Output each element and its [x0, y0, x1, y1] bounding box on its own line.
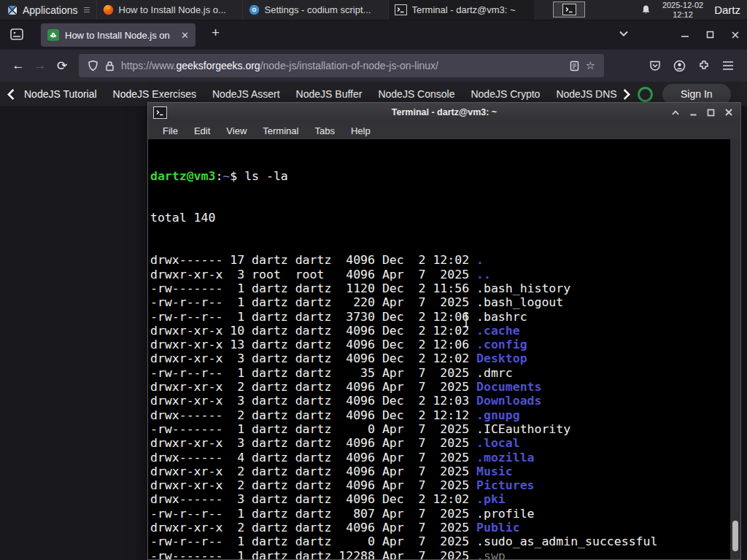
- terminal-ls-row: -rw-r--r-- 1 dartz dartz 35 Apr 7 2025 .…: [150, 366, 730, 380]
- terminal-ls-row: -rw-r--r-- 1 dartz dartz 807 Apr 7 2025 …: [150, 507, 730, 521]
- clock-date: 2025-12-02: [662, 1, 703, 9]
- prompt-command: ls -la: [244, 169, 288, 183]
- firefox-view-icon[interactable]: [9, 26, 25, 42]
- ls-directory-name: .local: [476, 436, 520, 450]
- firefox-nav-toolbar: ← → ⟳ https://www.geeksforgeeks.org/node…: [0, 50, 747, 82]
- nav-scroll-left-chevron-icon[interactable]: [7, 88, 19, 100]
- applications-label: Applications: [23, 4, 78, 16]
- tab-close-icon[interactable]: ✕: [181, 31, 189, 40]
- browser-maximize-icon[interactable]: [706, 31, 714, 39]
- tracking-shield-icon[interactable]: [88, 60, 98, 71]
- ls-directory-name: Desktop: [476, 351, 527, 365]
- reload-button[interactable]: ⟳: [51, 58, 73, 74]
- reader-view-icon[interactable]: [570, 61, 579, 71]
- terminal-ls-row: drwxr-xr-x 2 dartz dartz 4096 Apr 7 2025…: [150, 521, 730, 534]
- account-icon[interactable]: [673, 60, 686, 72]
- taskbar-button-terminal[interactable]: Terminal - dartz@vm3: ~: [388, 0, 534, 20]
- terminal-shade-icon[interactable]: [671, 109, 680, 116]
- terminal-screen[interactable]: dartz@vm3:~$ ls -la total 140 drwx------…: [148, 139, 740, 559]
- terminal-ls-row: drwx------ 2 dartz dartz 4096 Dec 2 12:1…: [150, 408, 730, 422]
- terminal-ls-row: drwx------ 4 dartz dartz 4096 Apr 7 2025…: [150, 451, 730, 464]
- terminal-total-line: total 140: [150, 211, 730, 225]
- terminal-ls-row: drwxr-xr-x 3 dartz dartz 4096 Dec 2 12:0…: [150, 394, 730, 408]
- terminal-ls-row: drwxr-xr-x 3 root root 4096 Apr 7 2025 .…: [150, 268, 730, 281]
- tab-title: How to Install Node.js on: [65, 30, 175, 41]
- url-scheme: https://www.: [121, 60, 176, 71]
- firefox-icon: [103, 4, 114, 15]
- nav-scroll-right-chevron-icon[interactable]: [619, 88, 631, 100]
- ls-file-name: .bash_logout: [476, 295, 563, 309]
- site-nav-link[interactable]: NodeJS Console: [378, 88, 454, 100]
- top-panel: Applications How to Install Node.js o...…: [0, 0, 747, 20]
- browser-tab-active[interactable]: How to Install Node.js on ✕: [41, 23, 196, 47]
- ls-directory-name: ..: [476, 268, 491, 281]
- terminal-ls-row: drwx------ 3 dartz dartz 4096 Dec 2 12:0…: [150, 492, 730, 506]
- terminal-prompt-line: dartz@vm3:~$ ls -la: [150, 169, 730, 183]
- panel-clock: 2025-12-02 12:12: [662, 1, 703, 19]
- lock-icon[interactable]: [105, 61, 115, 71]
- site-nav-link[interactable]: NodeJS DNS: [556, 88, 616, 100]
- extensions-icon[interactable]: [698, 60, 710, 71]
- taskbar-button-codium-settings[interactable]: Settings - codium script...: [242, 0, 388, 20]
- terminal-ls-row: drwxr-xr-x 2 dartz dartz 4096 Apr 7 2025…: [150, 380, 730, 394]
- pocket-icon[interactable]: [649, 60, 661, 71]
- taskbar-label: How to Install Node.js o...: [119, 4, 226, 15]
- site-nav-links: NodeJS TutorialNodeJS ExercisesNodeJS As…: [24, 88, 621, 100]
- terminal-ls-row: -rw------- 1 dartz dartz 1120 Dec 2 11:5…: [150, 281, 730, 295]
- new-tab-button[interactable]: +: [212, 25, 220, 41]
- applications-menu-button[interactable]: Applications: [0, 0, 96, 20]
- app-menu-hamburger-icon[interactable]: [722, 61, 734, 71]
- applications-icon: [7, 4, 18, 16]
- site-nav-link[interactable]: NodeJS Crypto: [471, 88, 540, 100]
- ls-file-name: .swp: [476, 549, 506, 559]
- site-nav-link[interactable]: NodeJS Exercises: [113, 88, 196, 100]
- url-text: https://www.geeksforgeeks.org/node-js/in…: [121, 60, 563, 71]
- back-button[interactable]: ←: [7, 58, 29, 73]
- ls-directory-name: Music: [476, 464, 513, 478]
- ls-directory-name: Public: [476, 521, 520, 534]
- terminal-menu-item[interactable]: File: [155, 125, 186, 136]
- ls-file-name: .sudo_as_admin_successful: [476, 534, 657, 548]
- workspace-pager[interactable]: [553, 1, 585, 18]
- url-bar[interactable]: https://www.geeksforgeeks.org/node-js/in…: [79, 54, 604, 77]
- firefox-tab-bar: How to Install Node.js on ✕ +: [0, 20, 747, 50]
- terminal-window: Terminal - dartz@vm3: ~ FileEditViewTerm…: [147, 102, 741, 560]
- terminal-ls-row: drwxr-xr-x 3 dartz dartz 4096 Apr 7 2025…: [150, 436, 730, 450]
- panel-user-menu[interactable]: Dartz: [714, 4, 740, 16]
- applications-menu-lines-icon: [84, 7, 90, 12]
- terminal-title-bar[interactable]: Terminal - dartz@vm3: ~: [148, 103, 740, 122]
- terminal-menu-item[interactable]: Help: [343, 125, 379, 136]
- taskbar-label: Terminal - dartz@vm3: ~: [412, 4, 516, 15]
- forward-button[interactable]: →: [29, 58, 51, 73]
- terminal-close-icon[interactable]: [724, 108, 733, 117]
- notification-bell-icon[interactable]: [640, 4, 651, 15]
- terminal-menu-item[interactable]: View: [218, 125, 255, 136]
- ls-directory-name: .config: [476, 338, 527, 351]
- browser-minimize-icon[interactable]: [681, 31, 689, 39]
- terminal-ls-row: -rw-r--r-- 1 dartz dartz 220 Apr 7 2025 …: [150, 295, 730, 309]
- ls-file-name: .profile: [476, 507, 534, 521]
- site-nav-link[interactable]: NodeJS Buffer: [296, 88, 363, 100]
- terminal-ls-row: drwxr-xr-x 10 dartz dartz 4096 Dec 2 12:…: [150, 324, 730, 338]
- list-all-tabs-chevron-icon[interactable]: [619, 30, 629, 37]
- site-nav-link[interactable]: NodeJS Tutorial: [24, 88, 97, 100]
- terminal-minimize-icon[interactable]: [689, 109, 697, 117]
- terminal-scrollbar-thumb[interactable]: [732, 521, 738, 551]
- browser-close-icon[interactable]: [731, 31, 740, 39]
- terminal-menu-item[interactable]: Tabs: [306, 125, 342, 136]
- ls-directory-name: Documents: [476, 380, 541, 394]
- site-nav-link[interactable]: NodeJS Assert: [212, 88, 280, 100]
- terminal-menu-item[interactable]: Terminal: [255, 125, 306, 136]
- ls-directory-name: .gnupg: [476, 408, 520, 422]
- terminal-window-title: Terminal - dartz@vm3: ~: [148, 107, 740, 117]
- terminal-scrollbar-track[interactable]: [730, 139, 740, 559]
- search-icon[interactable]: [638, 87, 653, 102]
- taskbar-button-firefox[interactable]: How to Install Node.js o...: [96, 0, 242, 20]
- terminal-menu-item[interactable]: Edit: [186, 125, 218, 136]
- terminal-ls-row: -rw------- 1 dartz dartz 0 Apr 7 2025 .I…: [150, 422, 730, 436]
- ls-file-name: .dmrc: [476, 366, 513, 380]
- terminal-ls-row: drwx------ 17 dartz dartz 4096 Dec 2 12:…: [150, 253, 730, 267]
- ls-file-name: .bash_history: [476, 281, 570, 295]
- bookmark-star-icon[interactable]: ☆: [586, 59, 595, 72]
- terminal-maximize-icon[interactable]: [707, 109, 715, 117]
